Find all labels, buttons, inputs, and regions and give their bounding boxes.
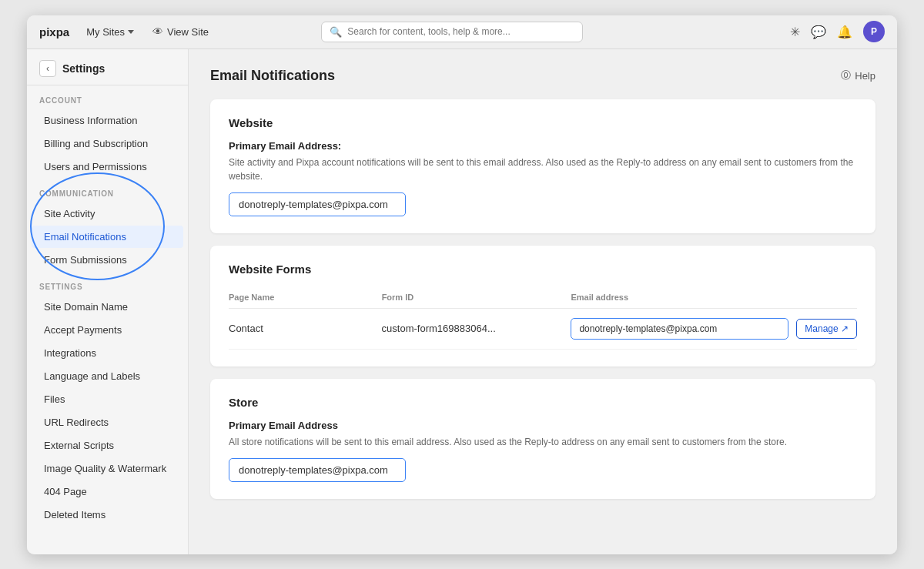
sidebar-item-external-scripts[interactable]: External Scripts <box>32 434 183 457</box>
view-site-button[interactable]: 👁 View Site <box>148 22 213 41</box>
search-input[interactable] <box>347 26 574 37</box>
form-email-input[interactable] <box>571 318 788 340</box>
sidebar: ‹ Settings ACCOUNT Business Information … <box>27 49 189 554</box>
cell-email <box>571 318 788 340</box>
cell-action: Manage ↗ <box>796 319 857 339</box>
sidebar-item-site-activity[interactable]: Site Activity <box>32 202 183 225</box>
col-form-id: Form ID <box>382 293 564 302</box>
communication-section-label: COMMUNICATION <box>27 179 188 202</box>
cell-form-id: custom-form169883064... <box>382 323 564 334</box>
browser-window: pixpa My Sites 👁 View Site 🔍 ✳ 💬 🔔 P <box>27 15 897 554</box>
store-card: Store Primary Email Address All store no… <box>210 379 875 499</box>
table-header: Page Name Form ID Email address <box>229 286 857 309</box>
sidebar-header: ‹ Settings <box>27 49 188 85</box>
table-row: Contact custom-form169883064... Manage ↗ <box>229 309 857 350</box>
store-card-title: Store <box>229 396 857 409</box>
store-primary-email-label: Primary Email Address <box>229 420 857 431</box>
search-icon: 🔍 <box>330 26 342 38</box>
sidebar-item-business-information[interactable]: Business Information <box>32 109 183 132</box>
communication-section: COMMUNICATION Site Activity Email Notifi… <box>27 179 188 271</box>
forms-table: Page Name Form ID Email address Contact … <box>229 286 857 350</box>
top-bar: pixpa My Sites 👁 View Site 🔍 ✳ 💬 🔔 P <box>27 15 897 49</box>
my-sites-button[interactable]: My Sites <box>82 23 139 41</box>
sidebar-item-email-notifications[interactable]: Email Notifications <box>32 226 183 248</box>
search-bar[interactable]: 🔍 <box>321 22 583 42</box>
website-card: Website Primary Email Address: Site acti… <box>210 99 875 233</box>
account-section-label: ACCOUNT <box>27 85 188 109</box>
sidebar-item-integrations[interactable]: Integrations <box>32 342 183 364</box>
page-title: Email Notifications <box>210 68 335 84</box>
website-forms-card-title: Website Forms <box>229 263 857 276</box>
cell-page-name: Contact <box>229 323 374 334</box>
bell-icon[interactable]: 🔔 <box>837 25 852 39</box>
sun-icon[interactable]: ✳ <box>790 25 800 39</box>
sidebar-item-accept-payments[interactable]: Accept Payments <box>32 319 183 341</box>
sidebar-item-language-labels[interactable]: Language and Labels <box>32 365 183 387</box>
website-forms-card: Website Forms Page Name Form ID Email ad… <box>210 246 875 367</box>
primary-email-description: Site activity and Pixpa account notifica… <box>229 156 857 183</box>
sidebar-item-site-domain-name[interactable]: Site Domain Name <box>32 296 183 318</box>
col-email-address: Email address <box>571 293 788 302</box>
avatar[interactable]: P <box>863 21 885 42</box>
main-area: ‹ Settings ACCOUNT Business Information … <box>27 49 897 554</box>
sidebar-item-url-redirects[interactable]: URL Redirects <box>32 411 183 433</box>
top-bar-right: ✳ 💬 🔔 P <box>790 21 885 42</box>
sidebar-item-image-quality-watermark[interactable]: Image Quality & Watermark <box>32 457 183 480</box>
chevron-down-icon <box>128 30 134 34</box>
content-header: Email Notifications ⓪ Help <box>210 68 875 84</box>
main-content: Email Notifications ⓪ Help Website Prima… <box>189 49 897 554</box>
store-primary-email-description: All store notifications will be sent to … <box>229 435 857 449</box>
sidebar-item-deleted-items[interactable]: Deleted Items <box>32 504 183 526</box>
sidebar-item-form-submissions[interactable]: Form Submissions <box>32 249 183 271</box>
back-button[interactable]: ‹ <box>39 60 56 77</box>
sidebar-item-billing-subscription[interactable]: Billing and Subscription <box>32 132 183 155</box>
help-button[interactable]: ⓪ Help <box>841 69 875 82</box>
website-card-title: Website <box>229 116 857 129</box>
sidebar-item-users-permissions[interactable]: Users and Permissions <box>32 156 183 178</box>
website-primary-email-input[interactable] <box>229 192 406 216</box>
sidebar-item-404-page[interactable]: 404 Page <box>32 480 183 503</box>
settings-section-label: SETTINGS <box>27 272 188 295</box>
primary-email-label: Primary Email Address: <box>229 140 857 152</box>
help-icon: ⓪ <box>841 69 851 82</box>
eye-icon: 👁 <box>152 25 163 38</box>
store-primary-email-input[interactable] <box>229 458 406 482</box>
col-action <box>796 293 857 302</box>
sidebar-title: Settings <box>62 62 105 75</box>
logo: pixpa <box>39 25 69 38</box>
manage-button[interactable]: Manage ↗ <box>796 319 857 339</box>
col-page-name: Page Name <box>229 293 374 302</box>
chat-icon[interactable]: 💬 <box>811 25 826 39</box>
sidebar-item-files[interactable]: Files <box>32 388 183 410</box>
